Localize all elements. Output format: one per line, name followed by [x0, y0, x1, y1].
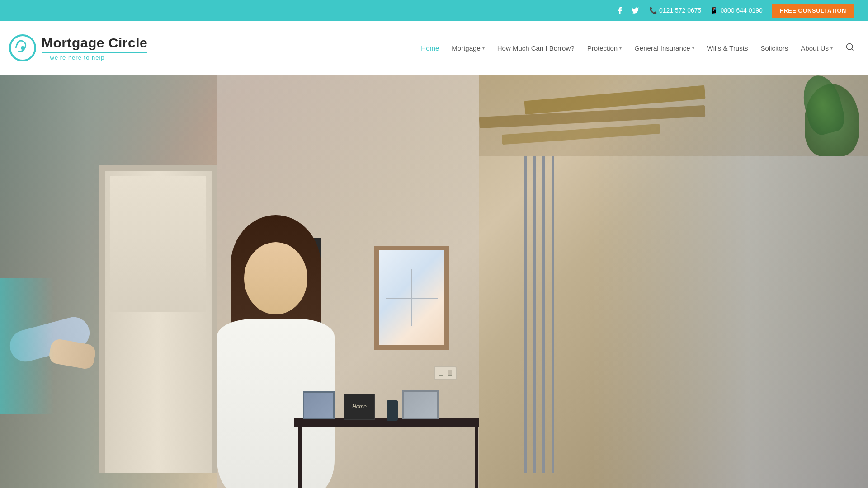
console-vase — [387, 400, 398, 421]
nav-mortgage-label: Mortgage — [452, 44, 480, 52]
svg-point-2 — [847, 43, 853, 49]
svg-line-3 — [852, 48, 854, 50]
facebook-icon[interactable] — [615, 5, 625, 15]
nav-item-how-much[interactable]: How Much Can I Borrow? — [497, 44, 575, 52]
nav-item-home[interactable]: Home — [421, 44, 439, 52]
nav-home-label: Home — [421, 44, 439, 52]
top-bar: 📞 0121 572 0675 📱 0800 644 0190 FREE CON… — [0, 0, 868, 21]
nav-general-insurance-label: General Insurance — [634, 44, 690, 52]
nav-item-wills-trusts[interactable]: Wills & Trusts — [707, 44, 748, 52]
chevron-down-icon: ▾ — [619, 46, 622, 51]
twitter-icon[interactable] — [630, 5, 640, 15]
nav-item-about-us[interactable]: About Us ▾ — [801, 44, 833, 52]
logo-icon — [9, 34, 36, 61]
console-chalkboard: Home — [344, 394, 375, 420]
social-links — [615, 5, 640, 15]
logo[interactable]: Mortgage Circle — we're here to help — — [9, 34, 147, 61]
phone1-link[interactable]: 📞 0121 572 0675 — [649, 7, 701, 14]
nav-wills-trusts-label: Wills & Trusts — [707, 44, 748, 52]
phone2-link[interactable]: 📱 0800 644 0190 — [710, 7, 762, 14]
nav-item-general-insurance[interactable]: General Insurance ▾ — [634, 44, 694, 52]
logo-subtitle: — we're here to help — — [42, 52, 147, 61]
nav-solicitors-label: Solicitors — [760, 44, 788, 52]
nav-how-much-label: How Much Can I Borrow? — [497, 44, 575, 52]
room-scene: Home — [0, 75, 868, 488]
nav-about-us-label: About Us — [801, 44, 829, 52]
door-frame — [99, 165, 217, 473]
staircase-area — [524, 156, 561, 473]
plant-area — [732, 75, 868, 165]
search-icon[interactable] — [845, 42, 854, 54]
logo-title: Mortgage Circle — [42, 35, 147, 51]
nav-protection-label: Protection — [587, 44, 618, 52]
navigation-bar: Mortgage Circle — we're here to help — H… — [0, 21, 868, 75]
phone-icon: 📞 — [649, 7, 657, 14]
wall-outlet — [434, 366, 457, 380]
console-photo-1 — [303, 391, 335, 419]
nav-item-solicitors[interactable]: Solicitors — [760, 44, 788, 52]
chevron-down-icon: ▾ — [692, 46, 694, 51]
person-figure — [208, 215, 362, 488]
door-inner — [110, 176, 206, 312]
nav-item-protection[interactable]: Protection ▾ — [587, 44, 622, 52]
phone1-number: 0121 572 0675 — [659, 7, 701, 14]
mobile-icon: 📱 — [710, 7, 718, 14]
hero-section: Home — [0, 75, 868, 488]
nav-links: Home Mortgage ▾ How Much Can I Borrow? P… — [421, 42, 854, 54]
picture-frame-window — [374, 246, 449, 350]
logo-text: Mortgage Circle — we're here to help — — [42, 35, 147, 61]
console-leg-right — [475, 427, 478, 488]
chevron-down-icon: ▾ — [830, 46, 833, 51]
chevron-down-icon: ▾ — [482, 46, 485, 51]
svg-point-1 — [21, 46, 24, 50]
contact-info: 📞 0121 572 0675 📱 0800 644 0190 — [649, 7, 763, 14]
teal-accent — [0, 278, 54, 414]
free-consultation-button[interactable]: FREE CONSULTATION — [772, 4, 854, 18]
console-photo-2 — [402, 390, 439, 419]
console-leg-left — [298, 427, 302, 488]
phone2-number: 0800 644 0190 — [720, 7, 762, 14]
nav-item-mortgage[interactable]: Mortgage ▾ — [452, 44, 484, 52]
